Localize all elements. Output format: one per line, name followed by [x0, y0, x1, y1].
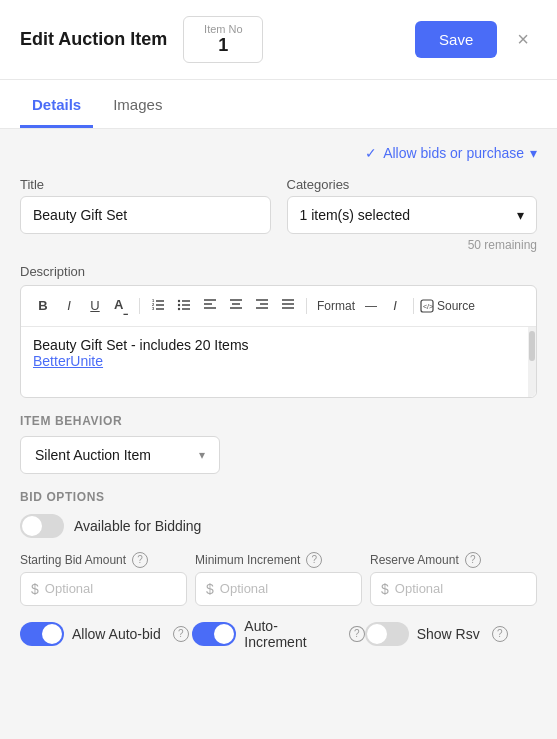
- item-no-label: Item No: [200, 23, 246, 35]
- item-behavior-select[interactable]: Silent Auction Item ▾: [20, 436, 220, 474]
- toolbar-separator-3: [413, 298, 414, 314]
- editor-toolbar: B I U A_ 123: [21, 286, 536, 327]
- item-no-value: 1: [218, 35, 228, 55]
- allow-bids-row: ✓ Allow bids or purchase ▾: [20, 145, 537, 161]
- showrsv-toggle-knob: [367, 624, 387, 644]
- toolbar-separator-2: [306, 298, 307, 314]
- allow-bids-label: Allow bids or purchase: [383, 145, 524, 161]
- toggle-knob: [22, 516, 42, 536]
- italic-button[interactable]: I: [57, 295, 81, 316]
- toolbar-separator-1: [139, 298, 140, 314]
- editor-link[interactable]: BetterUnite: [33, 353, 103, 369]
- available-bidding-row: Available for Bidding: [20, 514, 537, 538]
- align-center-button[interactable]: [224, 295, 248, 316]
- starting-bid-field: Starting Bid Amount ? $ Optional: [20, 552, 187, 606]
- bid-amounts-row: Starting Bid Amount ? $ Optional Minimum…: [20, 552, 537, 606]
- item-behavior-value: Silent Auction Item: [35, 447, 151, 463]
- autobid-toggle-knob: [42, 624, 62, 644]
- source-label: Source: [437, 299, 475, 313]
- main-content: ✓ Allow bids or purchase ▾ Title Categor…: [0, 129, 557, 666]
- strikethrough-button[interactable]: A_: [109, 294, 133, 318]
- starting-bid-help-icon[interactable]: ?: [132, 552, 148, 568]
- item-behavior-section: ITEM BEHAVIOR Silent Auction Item ▾: [20, 414, 537, 474]
- bold-button[interactable]: B: [31, 295, 55, 316]
- svg-point-10: [178, 304, 180, 306]
- tab-images[interactable]: Images: [101, 80, 174, 128]
- item-behavior-chevron-icon: ▾: [199, 448, 205, 462]
- header: Edit Auction Item Item No 1 Save ×: [0, 0, 557, 80]
- editor-line1: Beauty Gift Set - includes 20 Items: [33, 337, 524, 353]
- starting-bid-input-wrap: $ Optional: [20, 572, 187, 606]
- title-group: Title: [20, 177, 271, 234]
- show-rsv-item: Show Rsv ?: [365, 622, 537, 646]
- autoincrement-toggle-knob: [214, 624, 234, 644]
- header-right: Save ×: [415, 21, 537, 58]
- title-label: Title: [20, 177, 271, 192]
- bid-options-label: BID OPTIONS: [20, 490, 537, 504]
- reserve-currency: $: [381, 581, 389, 597]
- min-increment-currency: $: [206, 581, 214, 597]
- min-increment-field: Minimum Increment ? $ Optional: [195, 552, 362, 606]
- format-dash: —: [361, 299, 381, 313]
- auto-increment-help-icon[interactable]: ?: [349, 626, 365, 642]
- checkmark-icon: ✓: [365, 145, 377, 161]
- show-rsv-help-icon[interactable]: ?: [492, 626, 508, 642]
- starting-bid-currency: $: [31, 581, 39, 597]
- chevron-down-icon: ▾: [530, 145, 537, 161]
- allow-autobid-item: Allow Auto-bid ?: [20, 622, 192, 646]
- categories-value: 1 item(s) selected: [300, 207, 410, 223]
- editor-content[interactable]: Beauty Gift Set - includes 20 Items Bett…: [21, 327, 536, 397]
- description-section: Description B I U A_ 123: [20, 264, 537, 398]
- title-categories-row: Title Categories 1 item(s) selected ▾: [20, 177, 537, 234]
- svg-text:</>: </>: [423, 303, 433, 310]
- svg-point-9: [178, 300, 180, 302]
- reserve-amount-input-wrap: $ Optional: [370, 572, 537, 606]
- align-justify-button[interactable]: [276, 295, 300, 316]
- item-no-box: Item No 1: [183, 16, 263, 63]
- title-input[interactable]: [20, 196, 271, 234]
- reserve-amount-help-icon[interactable]: ?: [465, 552, 481, 568]
- auto-increment-toggle[interactable]: [192, 622, 236, 646]
- starting-bid-label: Starting Bid Amount ?: [20, 552, 187, 568]
- italic-toolbar-button[interactable]: I: [383, 295, 407, 316]
- tab-details[interactable]: Details: [20, 80, 93, 128]
- remaining-text: 50 remaining: [20, 238, 537, 252]
- item-behavior-label: ITEM BEHAVIOR: [20, 414, 537, 428]
- editor-scrollbar: [528, 327, 536, 397]
- page-title: Edit Auction Item: [20, 29, 167, 50]
- categories-group: Categories 1 item(s) selected ▾: [287, 177, 538, 234]
- available-bidding-toggle[interactable]: [20, 514, 64, 538]
- save-button[interactable]: Save: [415, 21, 497, 58]
- source-button[interactable]: </> Source: [420, 299, 475, 313]
- description-label: Description: [20, 264, 537, 279]
- bottom-toggles-row: Allow Auto-bid ? Auto-Increment ? Show R…: [20, 618, 537, 650]
- unordered-list-button[interactable]: [172, 295, 196, 317]
- reserve-amount-label: Reserve Amount ?: [370, 552, 537, 568]
- allow-bids-button[interactable]: ✓ Allow bids or purchase ▾: [365, 145, 537, 161]
- allow-autobid-toggle[interactable]: [20, 622, 64, 646]
- categories-select[interactable]: 1 item(s) selected ▾: [287, 196, 538, 234]
- ordered-list-button[interactable]: 123: [146, 295, 170, 317]
- available-bidding-label: Available for Bidding: [74, 518, 201, 534]
- show-rsv-label: Show Rsv: [417, 626, 480, 642]
- underline-button[interactable]: U: [83, 295, 107, 316]
- min-increment-label: Minimum Increment ?: [195, 552, 362, 568]
- auto-increment-label: Auto-Increment: [244, 618, 337, 650]
- align-left-button[interactable]: [198, 295, 222, 316]
- close-button[interactable]: ×: [509, 24, 537, 55]
- editor-container: B I U A_ 123: [20, 285, 537, 398]
- allow-autobid-label: Allow Auto-bid: [72, 626, 161, 642]
- scrollbar-thumb: [529, 331, 535, 361]
- reserve-amount-field: Reserve Amount ? $ Optional: [370, 552, 537, 606]
- bid-options-section: BID OPTIONS Available for Bidding Starti…: [20, 490, 537, 650]
- header-left: Edit Auction Item Item No 1: [20, 16, 263, 63]
- categories-label: Categories: [287, 177, 538, 192]
- align-right-button[interactable]: [250, 295, 274, 316]
- reserve-placeholder: Optional: [395, 581, 443, 596]
- format-label: Format: [313, 299, 359, 313]
- show-rsv-toggle[interactable]: [365, 622, 409, 646]
- svg-point-11: [178, 308, 180, 310]
- allow-autobid-help-icon[interactable]: ?: [173, 626, 189, 642]
- min-increment-help-icon[interactable]: ?: [306, 552, 322, 568]
- min-increment-placeholder: Optional: [220, 581, 268, 596]
